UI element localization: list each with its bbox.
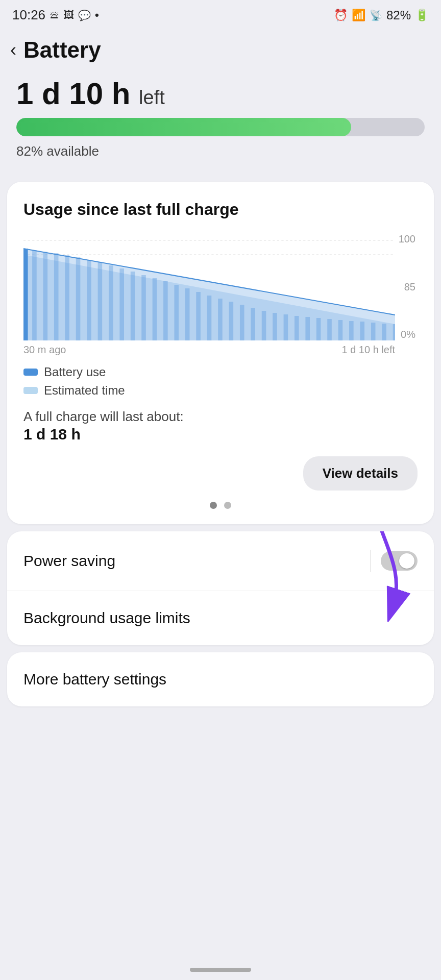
page-dot-2 [224, 502, 231, 509]
chart-legend: Battery use Estimated time [23, 365, 418, 398]
full-charge-label: A full charge will last about: [23, 409, 418, 425]
battery-percent-status: 82% [386, 8, 411, 22]
legend-battery-use: Battery use [23, 365, 418, 379]
chart-y-0: 0% [401, 329, 415, 340]
more-settings-card[interactable]: More battery settings [7, 652, 434, 706]
power-saving-toggle[interactable] [381, 551, 418, 571]
time-display: 10:26 [12, 7, 45, 23]
page-title: Battery [23, 37, 101, 63]
power-saving-toggle-container [370, 550, 418, 572]
battery-bar [16, 118, 425, 136]
power-settings-card: Power saving Background usage limits [7, 531, 434, 645]
chart-x-start: 30 m ago [23, 344, 66, 356]
status-time: 10:26 🛎 🖼 💬 • [12, 7, 99, 23]
back-button[interactable]: ‹ [10, 41, 16, 59]
chart-x-labels: 30 m ago 1 d 10 h left [23, 344, 395, 356]
wifi-icon: 📶 [352, 9, 365, 22]
status-icon-image: 🖼 [64, 9, 74, 21]
view-details-button[interactable]: View details [303, 456, 418, 491]
background-usage-row[interactable]: Background usage limits [7, 591, 434, 645]
status-dot: • [95, 9, 99, 22]
chart-y-85: 85 [404, 281, 415, 293]
bottom-nav-bar [190, 968, 251, 972]
background-usage-label: Background usage limits [23, 609, 190, 627]
usage-card-title: Usage since last full charge [23, 200, 418, 219]
battery-percent-label: 82% available [16, 143, 425, 159]
legend-battery-use-icon [23, 369, 38, 376]
status-bar: 10:26 🛎 🖼 💬 • ⏰ 📶 📡 82% 🔋 [0, 0, 441, 28]
page-dot-1 [210, 502, 217, 509]
power-saving-row[interactable]: Power saving [7, 531, 434, 591]
chart-svg [23, 233, 395, 340]
pagination-dots [23, 502, 418, 509]
power-saving-label: Power saving [23, 552, 115, 570]
battery-time-label: left [139, 87, 165, 108]
full-charge-value: 1 d 18 h [23, 426, 418, 443]
usage-card: Usage since last full charge 100 85 0% [7, 182, 434, 524]
full-charge-info: A full charge will last about: 1 d 18 h [23, 409, 418, 443]
battery-time-value: 1 d 10 h [16, 77, 130, 111]
toggle-divider [370, 550, 371, 572]
battery-icon: 🔋 [415, 9, 429, 22]
status-icon-wifi: 🛎 [50, 9, 60, 21]
chart-y-labels: 100 85 0% [397, 233, 418, 340]
legend-estimated-time-label: Estimated time [44, 383, 125, 398]
battery-info-section: 1 d 10 h left 82% available [0, 69, 441, 175]
page-header: ‹ Battery [0, 28, 441, 69]
more-settings-label: More battery settings [23, 671, 166, 688]
status-icon-whatsapp: 💬 [78, 9, 91, 21]
status-right-icons: ⏰ 📶 📡 82% 🔋 [334, 8, 429, 22]
chart-area [23, 233, 395, 340]
legend-estimated-time: Estimated time [23, 383, 418, 398]
svg-rect-39 [23, 249, 28, 340]
alarm-icon: ⏰ [334, 9, 348, 22]
legend-battery-use-label: Battery use [44, 365, 106, 379]
chart-x-end: 1 d 10 h left [341, 344, 395, 356]
battery-bar-fill [16, 118, 351, 136]
battery-time-display: 1 d 10 h left [16, 77, 425, 111]
legend-estimated-time-icon [23, 387, 38, 394]
battery-chart: 100 85 0% [23, 233, 418, 356]
chart-y-100: 100 [399, 233, 415, 245]
signal-icon: 📡 [370, 9, 382, 21]
